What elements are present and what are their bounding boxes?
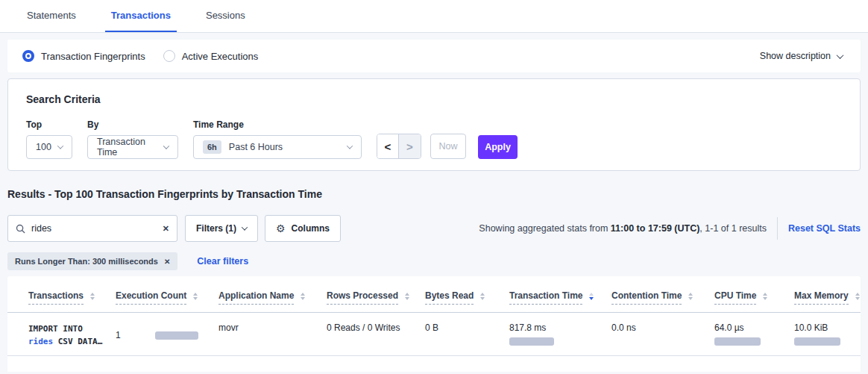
column-header-execution-count[interactable]: Execution Count: [116, 276, 218, 312]
radio-label: Active Executions: [182, 51, 259, 62]
rows-processed-cell: 0 Reads / 0 Writes: [327, 313, 425, 355]
chevron-down-icon: [347, 143, 353, 149]
sort-icon: [763, 293, 767, 300]
chevron-down-icon: [242, 224, 248, 230]
column-header-contention-time[interactable]: Contention Time: [611, 276, 714, 312]
chevron-down-icon: [57, 143, 63, 149]
chevron-down-icon: [837, 52, 844, 59]
previous-time-window-button[interactable]: <: [377, 134, 399, 158]
clear-filters-link[interactable]: Clear filters: [197, 256, 248, 267]
columns-button[interactable]: ⚙ Columns: [265, 215, 341, 242]
bytes-read-cell: 0 B: [425, 313, 509, 355]
apply-button[interactable]: Apply: [478, 135, 518, 159]
search-box: ✕: [7, 215, 177, 242]
time-range-select[interactable]: 6h Past 6 Hours: [193, 135, 362, 159]
execution-count-bar: [155, 331, 198, 340]
table-row[interactable]: IMPORT INTO rides CSV DATA… 1 movr 0 Rea…: [7, 313, 861, 356]
top-field: Top 100: [26, 119, 72, 159]
gear-icon: ⚙: [276, 222, 286, 234]
cpu-time-cell: 64.0 µs: [714, 313, 794, 355]
now-button[interactable]: Now: [430, 134, 466, 159]
application-name-cell: movr: [218, 313, 327, 355]
sort-icon: [90, 293, 95, 300]
radio-selected-icon: [22, 50, 34, 62]
max-memory-bar: [794, 337, 840, 346]
results-table: Transactions Execution Count Application…: [7, 276, 861, 372]
columns-button-label: Columns: [292, 223, 330, 234]
column-header-rows-processed[interactable]: Rows Processed: [327, 276, 425, 312]
top-select[interactable]: 100: [26, 135, 72, 159]
time-range-field: Time Range 6h Past 6 Hours: [193, 119, 362, 159]
table-link-rides[interactable]: rides: [28, 337, 53, 346]
table-header-row: Transactions Execution Count Application…: [7, 276, 861, 313]
sort-icon: [480, 293, 485, 300]
time-range-label: Time Range: [193, 119, 362, 130]
sort-icon: [688, 293, 693, 300]
view-toggle-band: Transaction Fingerprints Active Executio…: [7, 40, 861, 72]
transaction-statement-cell[interactable]: IMPORT INTO rides CSV DATA…: [28, 313, 116, 355]
by-select[interactable]: Transaction Time: [87, 135, 178, 159]
radio-active-executions[interactable]: Active Executions: [163, 50, 259, 62]
filter-chip-runs-longer-than: Runs Longer Than: 300 milliseconds ✕: [7, 252, 177, 270]
next-time-window-button[interactable]: >: [399, 134, 421, 158]
time-window-nav: < >: [377, 134, 421, 159]
radio-transaction-fingerprints[interactable]: Transaction Fingerprints: [22, 50, 145, 62]
show-description-label: Show description: [760, 51, 831, 61]
column-header-application-name[interactable]: Application Name: [218, 276, 327, 312]
tab-sessions[interactable]: Sessions: [200, 0, 251, 32]
remove-filter-icon[interactable]: ✕: [164, 258, 170, 266]
page-tab-bar: Statements Transactions Sessions: [0, 0, 868, 33]
stats-time-range: 11:00 to 17:59 (UTC): [611, 223, 699, 234]
column-header-transaction-time[interactable]: Transaction Time: [509, 276, 611, 312]
transaction-time-bar: [509, 337, 554, 346]
search-icon: [16, 224, 25, 234]
search-input[interactable]: [31, 223, 163, 234]
by-label: By: [87, 119, 178, 130]
sort-icon: [405, 293, 409, 300]
column-header-max-memory[interactable]: Max Memory: [794, 276, 861, 312]
sort-icon-descending: [589, 293, 594, 300]
sort-icon: [301, 293, 305, 300]
radio-label: Transaction Fingerprints: [41, 51, 145, 62]
top-label: Top: [26, 119, 72, 130]
vertical-divider: [777, 217, 778, 240]
contention-time-cell: 0.0 ns: [611, 313, 714, 355]
active-filters-row: Runs Longer Than: 300 milliseconds ✕ Cle…: [7, 252, 868, 270]
sort-icon: [855, 293, 860, 300]
results-title: Results - Top 100 Transaction Fingerprin…: [7, 188, 868, 200]
show-description-toggle[interactable]: Show description: [760, 51, 843, 61]
column-header-transactions[interactable]: Transactions: [28, 276, 116, 312]
filters-button[interactable]: Filters (1): [185, 215, 258, 242]
radio-unselected-icon: [163, 50, 175, 62]
sort-icon: [193, 293, 198, 300]
column-header-bytes-read[interactable]: Bytes Read: [425, 276, 509, 312]
filters-button-label: Filters (1): [196, 223, 236, 234]
max-memory-cell: 10.0 KiB: [794, 313, 861, 355]
time-range-badge: 6h: [203, 140, 221, 154]
tab-statements[interactable]: Statements: [21, 0, 82, 32]
results-controls: ✕ Filters (1) ⚙ Columns Showing aggregat…: [7, 215, 861, 242]
by-field: By Transaction Time: [87, 119, 178, 159]
clear-search-icon[interactable]: ✕: [163, 224, 169, 234]
tab-transactions[interactable]: Transactions: [105, 0, 177, 32]
search-criteria-panel: Search Criteria Top 100 By Transaction T…: [7, 78, 861, 171]
column-header-cpu-time[interactable]: CPU Time: [714, 276, 794, 312]
filter-chip-label: Runs Longer Than: 300 milliseconds: [15, 257, 158, 266]
aggregated-stats-text: Showing aggregated stats from 11:00 to 1…: [479, 223, 767, 234]
reset-sql-stats-link[interactable]: Reset SQL Stats: [788, 223, 861, 234]
time-range-value: Past 6 Hours: [229, 142, 283, 152]
cpu-time-bar: [714, 337, 761, 346]
execution-count-cell: 1: [116, 313, 218, 355]
search-criteria-title: Search Criteria: [26, 93, 842, 105]
top-select-value: 100: [36, 142, 51, 152]
by-select-value: Transaction Time: [97, 137, 164, 158]
transaction-time-cell: 817.8 ms: [509, 313, 611, 355]
